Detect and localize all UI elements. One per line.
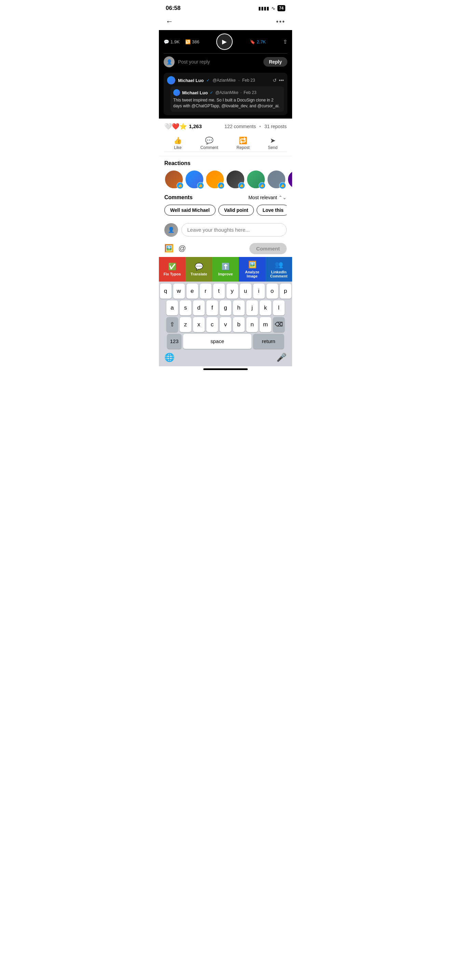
nested-tweet-header: Michael Luo ✓ @AzianMike · Feb 23: [173, 89, 281, 96]
key-b[interactable]: b: [233, 317, 245, 332]
key-u[interactable]: u: [240, 283, 251, 299]
analyze-image-label: Analyze Image: [240, 270, 264, 278]
comment-input[interactable]: [181, 223, 287, 237]
send-action[interactable]: ➤ Send: [268, 136, 278, 150]
reaction-count: 1,263: [189, 123, 202, 129]
repost-stat: 🔁 386: [185, 39, 200, 45]
key-c[interactable]: c: [206, 317, 218, 332]
comment-stat: 💬 1.9K: [164, 39, 180, 45]
thumb-badge-4: 👍: [238, 182, 245, 189]
comment-date: ·: [238, 78, 240, 83]
reaction-avatar-1: 👍: [164, 170, 183, 189]
fix-typos-label: Fix Typos: [164, 272, 181, 276]
key-k[interactable]: k: [260, 301, 271, 315]
key-d[interactable]: d: [193, 301, 205, 315]
numbers-key[interactable]: 123: [167, 334, 181, 349]
translate-label: Translate: [191, 272, 207, 276]
key-r[interactable]: r: [200, 283, 211, 299]
reply-avatar: 👤: [164, 56, 175, 67]
reaction-avatar-7: 🤚: [287, 170, 292, 189]
key-f[interactable]: f: [206, 301, 218, 315]
quick-reply-0[interactable]: Well said Michael: [164, 205, 216, 216]
repost-icon: 🔁: [185, 39, 191, 45]
image-picker-icon[interactable]: 🖼️: [164, 244, 173, 253]
thumb-badge-3: 👍: [218, 182, 224, 189]
reply-row: 👤 Post your reply Reply: [164, 53, 287, 70]
key-w[interactable]: w: [173, 283, 185, 299]
key-o[interactable]: o: [267, 283, 278, 299]
reaction-emojis-group: 🤍 ❤️ ⭐ 1,263: [164, 123, 202, 130]
reaction-avatar-4: 👍: [226, 170, 245, 189]
delete-key[interactable]: ⌫: [273, 317, 284, 332]
mention-icon[interactable]: @: [178, 244, 186, 253]
key-i[interactable]: i: [253, 283, 265, 299]
translate-button[interactable]: 💬 Translate: [186, 257, 212, 282]
bookmark-icon: 🔖: [250, 39, 255, 45]
tweet-preview-area: 💬 1.9K 🔁 386 ▶ 🔖 2.7K ⇧ 👤 Post your repl…: [159, 30, 292, 119]
reply-button[interactable]: Reply: [264, 57, 287, 67]
verified-badge: ✓: [206, 78, 210, 83]
shift-key[interactable]: ⇧: [167, 317, 178, 332]
comment-avatar: [167, 76, 175, 84]
send-icon: ➤: [270, 136, 276, 145]
key-g[interactable]: g: [220, 301, 231, 315]
key-m[interactable]: m: [260, 317, 271, 332]
like-action[interactable]: 👍 Like: [173, 136, 182, 150]
nested-handle: @AzianMike: [215, 90, 238, 95]
analyze-image-button[interactable]: 🖼️ Analyze Image: [239, 257, 265, 282]
repost-icon-action: 🔁: [239, 136, 248, 145]
key-y[interactable]: y: [227, 283, 238, 299]
key-p[interactable]: p: [280, 283, 291, 299]
keyboard-bottom: 🌐 🎤: [160, 351, 291, 365]
like-icon: 👍: [173, 136, 182, 145]
key-q[interactable]: q: [160, 283, 172, 299]
sort-button[interactable]: Most relevant ⌃⌄: [248, 195, 287, 200]
ellipsis-icon: •••: [279, 78, 284, 83]
key-t[interactable]: t: [213, 283, 225, 299]
more-button[interactable]: •••: [276, 18, 285, 25]
nested-tweet-text: This tweet inspired me. So I built a Doc…: [173, 97, 281, 109]
space-key[interactable]: space: [183, 334, 251, 349]
linkedin-comment-icon: 👥: [275, 260, 283, 269]
keyboard-row-4: 123 space return: [160, 334, 291, 349]
keyboard-row-1: q w e r t y u i o p: [160, 283, 291, 299]
key-l[interactable]: l: [273, 301, 284, 315]
repost-count: 31 reposts: [264, 124, 287, 129]
heart-emoji: 🤍: [164, 123, 172, 130]
nested-author-name: Michael Luo: [182, 90, 208, 95]
improve-button[interactable]: ⬆️ Improve: [212, 257, 239, 282]
linkedin-comment-button[interactable]: 👥 LinkedIn Comment: [265, 257, 292, 282]
comment-action[interactable]: 💬 Comment: [200, 136, 218, 150]
key-j[interactable]: j: [246, 301, 258, 315]
repost-action[interactable]: 🔁 Repost: [237, 136, 249, 150]
repost-label: Repost: [237, 145, 249, 150]
comment-author-handle: @AzianMike: [213, 78, 236, 83]
key-e[interactable]: e: [187, 283, 198, 299]
globe-icon[interactable]: 🌐: [164, 353, 175, 362]
quick-reply-1[interactable]: Valid point: [218, 205, 254, 216]
nav-bar: ← •••: [159, 14, 292, 30]
key-s[interactable]: s: [180, 301, 191, 315]
status-icons: ▮▮▮▮ ∿ 74: [258, 5, 285, 11]
fix-typos-button[interactable]: ✅ Fix Typos: [159, 257, 186, 282]
key-x[interactable]: x: [193, 317, 205, 332]
quick-reply-2[interactable]: Love this: [257, 205, 287, 216]
return-key[interactable]: return: [253, 334, 284, 349]
nested-verified-badge: ✓: [210, 90, 213, 95]
action-buttons: 👍 Like 💬 Comment 🔁 Repost ➤ Send: [164, 134, 287, 152]
key-v[interactable]: v: [220, 317, 231, 332]
microphone-icon[interactable]: 🎤: [276, 353, 287, 362]
play-button[interactable]: ▶: [216, 33, 233, 50]
star-emoji: ⭐: [179, 123, 187, 130]
status-bar: 06:58 ▮▮▮▮ ∿ 74: [159, 0, 292, 14]
wifi-icon: ∿: [271, 5, 275, 11]
key-a[interactable]: a: [167, 301, 178, 315]
key-n[interactable]: n: [246, 317, 258, 332]
comment-submit-button[interactable]: Comment: [249, 243, 287, 254]
key-h[interactable]: h: [233, 301, 245, 315]
reaction-avatar-6: 👍: [267, 170, 286, 189]
reaction-avatar-5: 👍: [246, 170, 265, 189]
key-z[interactable]: z: [180, 317, 191, 332]
back-button[interactable]: ←: [166, 17, 173, 26]
reply-input-fake[interactable]: Post your reply: [178, 59, 260, 65]
